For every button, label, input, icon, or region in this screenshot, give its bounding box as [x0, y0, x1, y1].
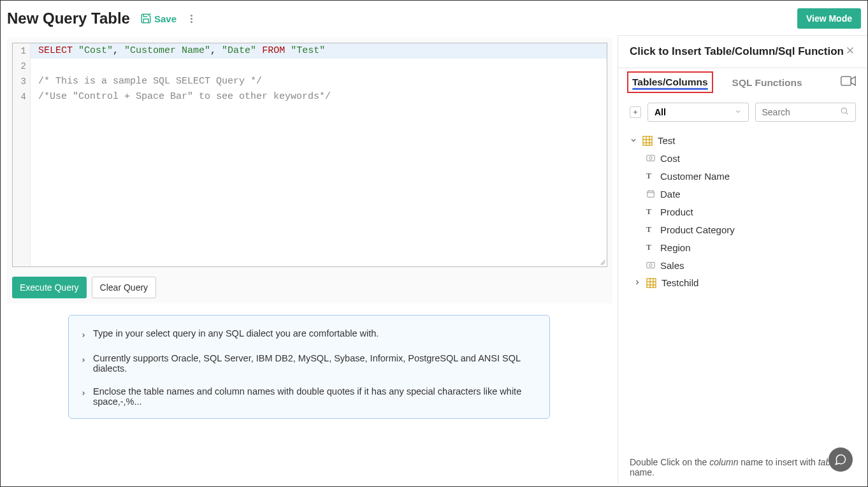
tab-tables-columns[interactable]: Tables/Columns: [627, 71, 713, 93]
svg-rect-21: [647, 279, 656, 287]
right-panel-header: Click to Insert Table/Column/Sql Functio…: [618, 36, 867, 68]
column-item-sales[interactable]: Sales: [646, 256, 856, 274]
date-icon: [646, 189, 655, 198]
video-icon[interactable]: [841, 76, 856, 89]
column-item-date[interactable]: Date: [646, 185, 856, 203]
save-button[interactable]: Save: [140, 13, 177, 24]
svg-rect-19: [647, 263, 655, 268]
more-menu-button[interactable]: [187, 11, 196, 27]
chevron-right-icon: [80, 355, 87, 365]
chevron-down-icon: [630, 135, 637, 146]
add-table-button[interactable]: [630, 106, 641, 118]
table-filter-select[interactable]: All: [647, 103, 749, 122]
right-panel-title: Click to Insert Table/Column/Sql Functio…: [630, 45, 844, 58]
column-item-region[interactable]: T Region: [646, 238, 856, 256]
left-panel: 1 2 3 4 SELECT "Cost", "Customer Name", …: [1, 35, 618, 484]
hint-item: Type in your select query in any SQL dia…: [80, 328, 538, 340]
svg-rect-15: [647, 191, 655, 198]
hint-item: Enclose the table names and column names…: [80, 386, 538, 407]
svg-marker-3: [851, 76, 855, 85]
code-line-1: SELECT "Cost", "Customer Name", "Date" F…: [31, 43, 607, 59]
view-mode-button[interactable]: View Mode: [797, 8, 861, 29]
svg-rect-8: [643, 136, 652, 145]
page-title: New Query Table: [7, 10, 130, 27]
currency-icon: [646, 154, 655, 163]
chevron-right-icon: [80, 388, 87, 398]
table-node-testchild[interactable]: Testchild: [630, 274, 856, 291]
save-icon: [140, 13, 152, 24]
tab-sql-functions[interactable]: SQL Functions: [728, 71, 806, 94]
currency-icon: [646, 261, 655, 270]
column-item-product[interactable]: T Product: [646, 203, 856, 221]
close-icon[interactable]: [844, 45, 856, 59]
hint-box: Type in your select query in any SQL dia…: [68, 315, 550, 419]
text-icon: T: [646, 243, 655, 252]
chevron-right-icon: [633, 277, 641, 288]
search-input[interactable]: [762, 107, 841, 117]
line-gutter: 1 2 3 4: [13, 43, 31, 266]
tables-tree: Test Cost T Customer Name Date: [618, 128, 867, 291]
code-line-4: /*Use "Control + Space Bar" to see other…: [31, 89, 607, 105]
chevron-down-icon: [734, 107, 742, 117]
svg-line-7: [846, 112, 848, 114]
column-item-product-category[interactable]: T Product Category: [646, 221, 856, 238]
header-left: New Query Table Save: [7, 10, 196, 27]
clear-query-button[interactable]: Clear Query: [92, 277, 156, 298]
chat-bubble-button[interactable]: [828, 447, 853, 472]
table-columns-test: Cost T Customer Name Date T Product: [630, 149, 856, 274]
main-area: 1 2 3 4 SELECT "Cost", "Customer Name", …: [1, 35, 867, 484]
svg-point-14: [649, 157, 652, 159]
code-line-3: /* This is a sample SQL SELECT Query */: [31, 74, 607, 89]
execute-query-button[interactable]: Execute Query: [12, 277, 87, 298]
header: New Query Table Save View Mode: [1, 1, 867, 35]
table-icon: [642, 136, 653, 146]
svg-point-6: [841, 108, 846, 113]
code-line-2: [31, 59, 607, 74]
code-content[interactable]: SELECT "Cost", "Customer Name", "Date" F…: [31, 43, 607, 266]
resize-handle[interactable]: [597, 256, 605, 265]
table-node-test[interactable]: Test: [630, 132, 856, 149]
text-icon: T: [646, 171, 655, 181]
query-section: 1 2 3 4 SELECT "Cost", "Customer Name", …: [7, 38, 612, 303]
svg-rect-13: [647, 156, 655, 161]
text-icon: T: [646, 207, 655, 217]
right-panel: Click to Insert Table/Column/Sql Functio…: [618, 35, 867, 484]
svg-rect-2: [841, 76, 851, 85]
text-icon: T: [646, 225, 655, 235]
column-item-customer-name[interactable]: T Customer Name: [646, 167, 856, 185]
tabs-row: Tables/Columns SQL Functions: [618, 68, 867, 96]
search-icon: [840, 106, 849, 118]
sql-editor[interactable]: 1 2 3 4 SELECT "Cost", "Customer Name", …: [12, 43, 607, 267]
hint-item: Currently supports Oracle, SQL Server, I…: [80, 353, 538, 374]
search-box[interactable]: [755, 103, 857, 122]
table-icon: [646, 278, 656, 288]
svg-point-20: [649, 264, 652, 266]
save-label: Save: [154, 13, 177, 24]
filter-row: All: [618, 96, 867, 128]
column-item-cost[interactable]: Cost: [646, 149, 856, 167]
query-actions: Execute Query Clear Query: [12, 277, 607, 298]
chevron-right-icon: [80, 330, 87, 340]
